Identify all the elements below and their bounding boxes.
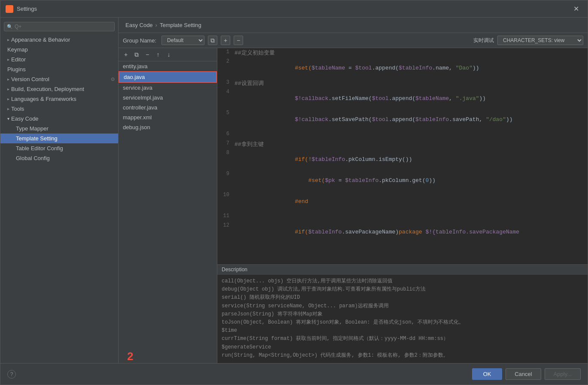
sidebar-item-keymap[interactable]: Keymap bbox=[0, 45, 118, 55]
line-content: ##设置回调 bbox=[235, 79, 588, 88]
sidebar-item-languages[interactable]: ▸ Languages & Frameworks bbox=[0, 94, 118, 104]
desc-line: toJson(Object, Boolean) 将对象转json对象, Bool… bbox=[222, 318, 583, 327]
line-content: #if(!$tableInfo.pkColumn.isEmpty()) bbox=[235, 149, 588, 170]
sidebar-subitem-label: Type Mapper bbox=[16, 125, 49, 132]
sidebar-item-label: Keymap bbox=[7, 46, 28, 53]
search-box[interactable]: 🔍 bbox=[4, 22, 115, 31]
file-copy-button[interactable]: ⧉ bbox=[132, 50, 141, 59]
code-area[interactable]: 1 ##定义初始变量 2 #set($tableName = $tool.app… bbox=[217, 48, 588, 264]
sidebar-subitem-template-setting[interactable]: Template Setting bbox=[0, 133, 118, 143]
breadcrumb-separator: › bbox=[155, 22, 157, 28]
realtime-select[interactable]: CHARACTER_SETS: view bbox=[497, 36, 583, 45]
apply-button: Apply... bbox=[545, 368, 581, 380]
sidebar-item-appearance[interactable]: ▸ Appearance & Behavior bbox=[0, 35, 118, 45]
breadcrumb-parent: Easy Code bbox=[125, 22, 153, 28]
annotation-2: 2 bbox=[119, 346, 217, 363]
group-name-select[interactable]: Default bbox=[161, 36, 204, 45]
file-list-toolbar: + ⧉ − ↑ ↓ bbox=[119, 48, 217, 61]
bottom-bar: ? OK Cancel Apply... bbox=[0, 363, 588, 385]
expand-arrow-icon: ▾ bbox=[7, 116, 9, 121]
search-icon: 🔍 bbox=[7, 24, 13, 30]
cancel-button[interactable]: Cancel bbox=[506, 368, 541, 380]
expand-arrow-icon: ▸ bbox=[7, 106, 9, 111]
settings-dialog: Settings ✕ 🔍 ▸ Appearance & Behavior Key… bbox=[0, 0, 588, 385]
file-add-button[interactable]: + bbox=[121, 50, 131, 59]
desc-line: parseJson(String) 将字符串转Map对象 bbox=[222, 310, 583, 318]
title-bar: Settings ✕ bbox=[0, 0, 588, 18]
sidebar-item-build[interactable]: ▸ Build, Execution, Deployment bbox=[0, 84, 118, 94]
code-line: 12 #if($tableInfo.savePackageName)packag… bbox=[217, 221, 588, 243]
add-group-button[interactable]: + bbox=[221, 36, 230, 45]
file-item[interactable]: mapper.xml bbox=[119, 112, 217, 122]
code-lines: 1 ##定义初始变量 2 #set($tableName = $tool.app… bbox=[217, 48, 588, 264]
expand-arrow-icon: ▸ bbox=[7, 57, 9, 62]
code-editor: 1 ##定义初始变量 2 #set($tableName = $tool.app… bbox=[217, 48, 588, 363]
panel-toolbar: Group Name: Default ⧉ + − 实时调试 CHARACTER… bbox=[119, 33, 588, 48]
sidebar-subitem-label: Global Config bbox=[16, 155, 50, 161]
line-content bbox=[235, 130, 588, 138]
desc-line: service(String serviceName, Object... pa… bbox=[222, 302, 583, 310]
expand-arrow-icon: ▸ bbox=[7, 77, 9, 82]
sidebar: 🔍 ▸ Appearance & Behavior Keymap ▸ Edito… bbox=[0, 18, 119, 363]
close-button[interactable]: ✕ bbox=[570, 3, 582, 15]
file-list: entity.java dao.java service.java servic… bbox=[119, 61, 217, 346]
line-content bbox=[235, 212, 588, 220]
code-line: 1 ##定义初始变量 bbox=[217, 48, 588, 58]
sidebar-item-easy-code[interactable]: ▾ Easy Code bbox=[0, 114, 118, 124]
sidebar-subitem-global-config[interactable]: Global Config bbox=[0, 153, 118, 163]
file-up-button[interactable]: ↑ bbox=[153, 50, 163, 59]
sidebar-subitem-type-mapper[interactable]: Type Mapper bbox=[0, 124, 118, 133]
line-content: $!callback.setSavePath($tool.append($tab… bbox=[235, 109, 588, 130]
description-content: call(Object... objs) 空日执行方法,用于调用某些方法时消除返… bbox=[217, 275, 588, 362]
description-panel: Description call(Object... objs) 空日执行方法,… bbox=[217, 264, 588, 363]
sidebar-subitem-label: Table Editor Config bbox=[16, 145, 63, 152]
code-line: 8 #if(!$tableInfo.pkColumn.isEmpty()) bbox=[217, 149, 588, 170]
sidebar-item-version-control[interactable]: ▸ Version Control ⊙ bbox=[0, 74, 118, 84]
svg-point-0 bbox=[7, 7, 12, 11]
sidebar-item-label: Easy Code bbox=[11, 115, 39, 122]
sidebar-item-tools[interactable]: ▸ Tools bbox=[0, 104, 118, 114]
line-content: #if($tableInfo.savePackageName)package $… bbox=[235, 221, 588, 243]
line-number: 3 bbox=[217, 79, 235, 85]
ok-button[interactable]: OK bbox=[472, 368, 502, 380]
code-line: 9 #set($pk = $tableInfo.pkColumn.get(0)) bbox=[217, 170, 588, 191]
sidebar-item-label: Languages & Frameworks bbox=[11, 96, 76, 102]
line-number: 8 bbox=[217, 149, 235, 156]
line-number: 1 bbox=[217, 48, 235, 55]
file-item[interactable]: service.java bbox=[119, 83, 217, 93]
file-item[interactable]: serviceImpl.java bbox=[119, 93, 217, 103]
remove-group-button[interactable]: − bbox=[234, 36, 243, 45]
sidebar-item-plugins[interactable]: Plugins bbox=[0, 64, 118, 74]
line-number: 11 bbox=[217, 212, 235, 219]
file-item[interactable]: debug.json bbox=[119, 122, 217, 132]
expand-arrow-icon: ▸ bbox=[7, 37, 9, 42]
code-line: 4 $!callback.setFileName($tool.append($t… bbox=[217, 88, 588, 109]
sidebar-item-label: Appearance & Behavior bbox=[11, 36, 70, 43]
right-panel: Easy Code › Template Setting Group Name:… bbox=[119, 18, 588, 363]
file-remove-button[interactable]: − bbox=[143, 50, 152, 59]
line-content: ##定义初始变量 bbox=[235, 48, 588, 58]
line-content: ##拿到主键 bbox=[235, 139, 588, 149]
code-line: 6 bbox=[217, 130, 588, 139]
code-line: 7 ##拿到主键 bbox=[217, 139, 588, 149]
sidebar-item-editor[interactable]: ▸ Editor bbox=[0, 55, 118, 64]
line-number: 5 bbox=[217, 109, 235, 116]
file-item[interactable]: entity.java bbox=[119, 61, 217, 71]
search-input[interactable] bbox=[15, 24, 112, 30]
desc-line: $generateService bbox=[222, 343, 583, 352]
group-name-label: Group Name: bbox=[123, 37, 156, 44]
code-line: 11 bbox=[217, 212, 588, 221]
code-line: 5 $!callback.setSavePath($tool.append($t… bbox=[217, 109, 588, 130]
file-down-button[interactable]: ↓ bbox=[164, 50, 174, 59]
sidebar-item-label: Build, Execution, Deployment bbox=[11, 86, 84, 92]
copy-group-button[interactable]: ⧉ bbox=[208, 36, 217, 45]
sidebar-subitem-table-editor-config[interactable]: Table Editor Config bbox=[0, 143, 118, 153]
desc-line: call(Object... objs) 空日执行方法,用于调用某些方法时消除返… bbox=[222, 277, 583, 285]
expand-arrow-icon: ▸ bbox=[7, 97, 9, 101]
file-item[interactable]: controller.java bbox=[119, 103, 217, 112]
file-item-dao[interactable]: dao.java bbox=[119, 71, 217, 83]
help-button[interactable]: ? bbox=[7, 370, 16, 379]
line-content: #set($pk = $tableInfo.pkColumn.get(0)) bbox=[235, 170, 588, 191]
dialog-title: Settings bbox=[17, 6, 570, 12]
description-header: Description bbox=[217, 265, 588, 275]
